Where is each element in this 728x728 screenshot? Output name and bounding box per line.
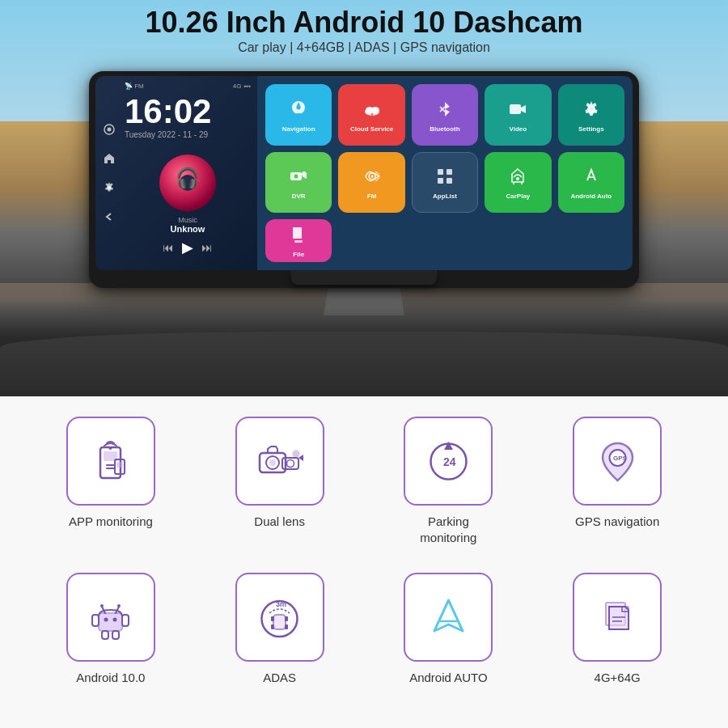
svg-point-12 [294,175,298,179]
feature-adas: 3m ADAS [201,573,358,713]
music-label: Music [178,216,197,224]
svg-rect-20 [293,227,302,239]
svg-rect-18 [447,178,452,184]
svg-rect-48 [122,615,129,626]
device-screen: 📡 FM 4G ▪▪▪ 16:02 Tuesday 2022 - 11 - 29… [95,76,633,270]
music-controls: ⏮ ▶ ⏭ [163,239,213,256]
svg-point-19 [516,177,519,180]
gps-icon-box: GPS [573,417,662,506]
video-label: Video [510,125,527,133]
svg-rect-57 [285,624,288,629]
file-label: File [293,251,304,259]
svg-rect-21 [294,240,303,243]
file-icon [288,224,309,248]
svg-rect-54 [271,616,274,621]
app-android-auto[interactable]: Android Auto [558,152,624,214]
music-art: 🎧 [159,154,216,211]
app-bluetooth[interactable]: Bluetooth [412,84,478,146]
svg-text:3m: 3m [276,600,286,608]
app-dvr[interactable]: DVR [265,152,332,214]
date-display: Tuesday 2022 - 11 - 29 [125,130,251,139]
applist-label: AppList [433,193,457,201]
feature-parking: 24 Parkingmonitoring [370,417,527,557]
device-outer: 📡 FM 4G ▪▪▪ 16:02 Tuesday 2022 - 11 - 29… [89,71,639,288]
fm-icon [362,166,383,190]
feature-app-monitoring: APP monitoring [32,417,189,557]
adas-icon-box: 3m [235,573,324,662]
feature-gps: GPS GPS navigation [539,417,696,557]
app-grid: Navigation Cloud Service [257,76,633,270]
app-video[interactable]: Video [485,84,551,146]
svg-rect-15 [438,169,443,175]
svg-point-41 [104,618,108,622]
feature-dual-lens: Dual lens [201,417,358,557]
bluetooth-icon [434,99,455,123]
svg-point-34 [293,451,299,457]
svg-rect-28 [116,462,123,468]
applist-icon [434,166,455,190]
svg-text:24: 24 [443,455,456,468]
dvr-icon [288,166,309,190]
cloud-service-icon [362,99,383,123]
carplay-icon [507,166,528,190]
app-carplay[interactable]: CarPlay [485,152,551,214]
time-display: 16:02 [125,95,251,129]
sub-title: Car play | 4+64GB | ADAS | GPS navigatio… [0,40,728,55]
bluetooth-label: Bluetooth [430,125,459,133]
app-cloud-service[interactable]: Cloud Service [338,84,404,146]
app-fm[interactable]: FM [338,152,404,214]
navigation-icon [288,99,309,123]
feature-storage: 4G+64G [539,573,696,713]
next-button[interactable]: ⏭ [201,241,213,254]
svg-point-1 [108,128,112,132]
feature-parking-label: Parkingmonitoring [420,514,476,545]
settings-sidebar-icon [100,179,118,197]
svg-rect-49 [102,631,108,639]
music-player: 🎧 Music Unknow ⏮ ▶ ⏭ [125,147,251,264]
video-icon [507,99,528,123]
app-applist[interactable]: AppList [412,152,478,214]
svg-point-33 [287,459,294,467]
dashboard [0,332,728,396]
feature-dual-lens-label: Dual lens [254,514,305,530]
android-icon-box [66,573,155,662]
app-settings[interactable]: Settings [558,84,624,146]
svg-point-24 [109,447,112,450]
top-section: 10.26 Inch Android 10 Dashcam Car play |… [0,0,728,396]
main-title: 10.26 Inch Android 10 Dashcam [0,6,728,39]
svg-point-31 [269,459,276,466]
sidebar-icons [100,121,118,226]
feature-gps-label: GPS navigation [575,514,659,530]
svg-rect-25 [106,464,115,466]
svg-rect-50 [112,631,119,639]
android-auto-label: Android Auto [570,193,612,201]
storage-icon-box [573,573,662,662]
back-sidebar-icon [100,208,118,226]
features-section: APP monitoring [0,396,728,728]
play-button[interactable]: ▶ [182,239,193,256]
carplay-label: CarPlay [506,193,530,201]
dvr-label: DVR [292,193,306,201]
svg-point-14 [370,176,373,178]
svg-point-42 [113,618,117,622]
title-area: 10.26 Inch Android 10 Dashcam Car play |… [0,6,728,55]
car-interior [0,299,728,396]
android-auto-icon-box [404,573,493,662]
svg-rect-16 [447,169,452,175]
feature-android-auto: Android AUTO [370,573,527,713]
settings-label: Settings [578,125,604,133]
android-auto-icon [581,166,602,190]
svg-point-4 [297,105,301,109]
app-file[interactable]: File [265,219,332,262]
settings-icon [581,99,602,123]
app-navigation[interactable]: Navigation [265,84,332,146]
features-grid: APP monitoring [32,417,696,712]
feature-android-label: Android 10.0 [76,670,145,686]
device-wrapper: 📡 FM 4G ▪▪▪ 16:02 Tuesday 2022 - 11 - 29… [89,71,639,288]
status-bar: 📡 FM 4G ▪▪▪ [125,83,251,90]
svg-rect-17 [438,178,443,184]
svg-rect-47 [92,615,99,626]
svg-point-7 [371,107,379,113]
device-stand [291,270,437,285]
prev-button[interactable]: ⏮ [163,241,174,254]
